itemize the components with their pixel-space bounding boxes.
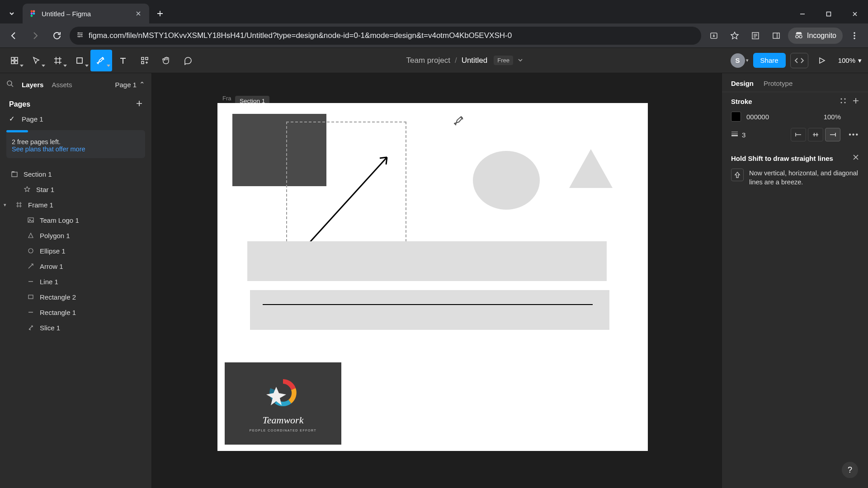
rectangle-shape[interactable] xyxy=(250,290,609,330)
shift-key-icon xyxy=(731,169,744,181)
team-logo-image[interactable]: Teamwork PEOPLE COORDINATED EFFORT xyxy=(225,362,341,445)
search-icon[interactable] xyxy=(6,80,14,89)
layer-rectangle[interactable]: Rectangle 1 xyxy=(0,305,151,320)
layer-polygon[interactable]: Polygon 1 xyxy=(0,228,151,243)
svg-rect-27 xyxy=(12,171,14,173)
frame-label[interactable]: Fra xyxy=(222,95,231,102)
tab-layers[interactable]: Layers xyxy=(22,81,43,89)
user-avatar-menu[interactable]: S ▾ xyxy=(731,53,749,68)
svg-rect-11 xyxy=(773,33,779,38)
tab-close-button[interactable] xyxy=(134,9,143,18)
nav-forward-button[interactable] xyxy=(26,27,44,45)
bookmark-icon[interactable] xyxy=(726,27,744,45)
svg-rect-22 xyxy=(142,57,144,60)
tab-search-button[interactable] xyxy=(3,5,21,23)
present-button[interactable] xyxy=(813,52,831,70)
window-close-button[interactable] xyxy=(842,5,868,23)
stroke-color-swatch[interactable] xyxy=(731,112,741,122)
svg-rect-5 xyxy=(827,12,831,16)
browser-tab[interactable]: Untitled – Figma xyxy=(23,4,149,23)
dev-mode-toggle[interactable] xyxy=(790,53,808,68)
stroke-opacity[interactable]: 100% xyxy=(824,113,841,121)
layer-line[interactable]: Line 1 xyxy=(0,274,151,289)
layer-frame[interactable]: ▾ Frame 1 xyxy=(0,197,151,212)
rectangle-icon xyxy=(26,292,35,301)
stroke-align-center[interactable] xyxy=(808,128,823,141)
tip-close-button[interactable] xyxy=(853,154,859,162)
polygon-shape[interactable] xyxy=(569,149,613,188)
stroke-align-start[interactable] xyxy=(791,128,806,141)
text-tool[interactable] xyxy=(112,50,134,71)
upgrade-promo: 2 free pages left. See plans that offer … xyxy=(6,130,145,158)
layer-slice[interactable]: Slice 1 xyxy=(0,320,151,335)
project-name: Team project xyxy=(406,56,450,65)
chevron-down-icon[interactable] xyxy=(518,56,523,65)
incognito-indicator[interactable]: Incognito xyxy=(788,28,843,44)
file-breadcrumb[interactable]: Team project / Untitled Free xyxy=(199,56,731,65)
logo-subtitle: PEOPLE COORDINATED EFFORT xyxy=(250,429,316,432)
figma-app: Team project / Untitled Free S ▾ Share 1… xyxy=(0,48,868,488)
stroke-header: Stroke xyxy=(731,98,752,105)
stroke-style-button[interactable] xyxy=(840,98,846,105)
tab-assets[interactable]: Assets xyxy=(52,81,72,89)
layer-section[interactable]: Section 1 xyxy=(0,166,151,182)
layer-ellipse[interactable]: Ellipse 1 xyxy=(0,243,151,258)
incognito-label: Incognito xyxy=(807,32,836,40)
chevron-down-icon[interactable]: ▾ xyxy=(4,202,10,208)
svg-point-34 xyxy=(844,99,846,100)
svg-rect-19 xyxy=(11,61,14,64)
nav-reload-button[interactable] xyxy=(48,27,66,45)
svg-point-6 xyxy=(78,32,79,33)
add-page-button[interactable] xyxy=(136,100,142,108)
page-switcher[interactable]: Page 1 ⌃ xyxy=(115,80,145,89)
line-shape[interactable] xyxy=(263,304,593,305)
window-maximize-button[interactable] xyxy=(816,5,842,23)
layer-image[interactable]: Team Logo 1 xyxy=(0,212,151,228)
rectangle-shape[interactable] xyxy=(247,241,607,281)
browser-menu-button[interactable] xyxy=(845,27,863,45)
tab-design[interactable]: Design xyxy=(731,80,754,87)
avatar: S xyxy=(731,53,745,68)
svg-point-16 xyxy=(854,38,855,39)
ellipse-shape[interactable] xyxy=(473,151,540,210)
zoom-control[interactable]: 100% ▾ xyxy=(835,56,864,65)
resources-tool[interactable] xyxy=(134,50,156,71)
logo-title: Teamwork xyxy=(263,414,304,426)
reading-list-icon[interactable] xyxy=(746,27,764,45)
layer-star[interactable]: Star 1 xyxy=(0,182,151,197)
promo-link[interactable]: See plans that offer more xyxy=(12,145,140,153)
layer-arrow[interactable]: Arrow 1 xyxy=(0,258,151,274)
pen-tool[interactable] xyxy=(90,50,112,71)
side-panel-icon[interactable] xyxy=(767,27,785,45)
stroke-color-hex[interactable]: 000000 xyxy=(746,113,783,121)
stroke-advanced-button[interactable]: ••• xyxy=(849,131,859,139)
nav-back-button[interactable] xyxy=(5,27,23,45)
frame-tool[interactable] xyxy=(47,50,69,71)
hand-tool[interactable] xyxy=(156,50,177,71)
layers-tree: Section 1 Star 1 ▾ Frame 1 Team Logo 1 xyxy=(0,163,151,335)
comment-tool[interactable] xyxy=(177,50,199,71)
stroke-width-input[interactable]: 3 xyxy=(731,131,755,139)
tab-prototype[interactable]: Prototype xyxy=(764,80,793,87)
tip-title: Hold Shift to draw straight lines xyxy=(731,155,833,162)
add-stroke-button[interactable] xyxy=(853,98,859,105)
layer-rectangle[interactable]: Rectangle 2 xyxy=(0,289,151,305)
page-row[interactable]: ✓ Page 1 xyxy=(0,112,151,126)
svg-point-4 xyxy=(31,15,33,17)
help-button[interactable]: ? xyxy=(842,462,858,478)
shape-tool[interactable] xyxy=(69,50,90,71)
share-button[interactable]: Share xyxy=(753,53,786,68)
omnibox[interactable]: figma.com/file/nMSTY1OKvvXSMLY18HsH41/Un… xyxy=(70,27,701,45)
install-app-icon[interactable] xyxy=(705,27,723,45)
main-menu-button[interactable] xyxy=(4,50,25,71)
move-tool[interactable] xyxy=(25,50,47,71)
url-text: figma.com/file/nMSTY1OKvvXSMLY18HsH41/Un… xyxy=(89,31,512,40)
frame-icon xyxy=(14,200,24,209)
new-tab-button[interactable] xyxy=(152,5,168,22)
window-minimize-button[interactable] xyxy=(789,5,816,23)
svg-point-15 xyxy=(854,35,855,37)
canvas[interactable]: Fra Section 1 xyxy=(152,73,722,488)
stroke-align-end[interactable] xyxy=(825,128,840,141)
site-settings-icon[interactable] xyxy=(76,31,84,41)
svg-point-30 xyxy=(28,249,33,253)
